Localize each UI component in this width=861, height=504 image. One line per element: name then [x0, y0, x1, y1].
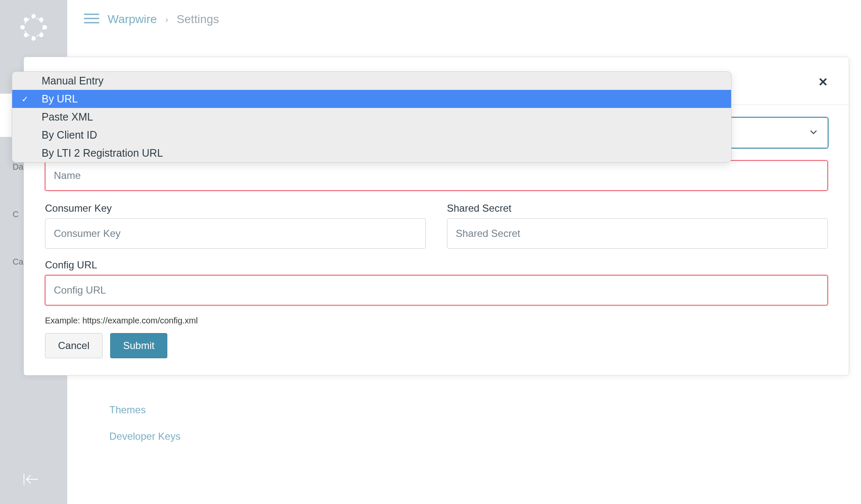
dropdown-option-paste-xml[interactable]: Paste XML	[12, 108, 731, 126]
dropdown-option-manual-entry[interactable]: Manual Entry	[12, 72, 731, 90]
consumer-key-input[interactable]	[45, 218, 426, 249]
cancel-button[interactable]: Cancel	[45, 333, 103, 358]
name-input[interactable]: Name	[45, 160, 828, 191]
config-url-helper: Example: https://example.com/config.xml	[45, 316, 828, 326]
close-icon[interactable]: ✕	[818, 75, 828, 89]
config-type-dropdown: Manual Entry ✓ By URL Paste XML By Clien…	[12, 71, 732, 163]
config-url-label: Config URL	[45, 259, 828, 271]
submit-button[interactable]: Submit	[110, 333, 168, 358]
shared-secret-label: Shared Secret	[447, 202, 828, 214]
dropdown-option-by-url[interactable]: ✓ By URL	[12, 90, 731, 108]
dropdown-option-label: By URL	[42, 93, 78, 105]
shared-secret-input[interactable]	[447, 218, 828, 249]
check-icon: ✓	[21, 94, 29, 104]
consumer-key-label: Consumer Key	[45, 202, 426, 214]
dropdown-option-by-lti2[interactable]: By LTI 2 Registration URL	[12, 144, 731, 162]
dropdown-option-by-client-id[interactable]: By Client ID	[12, 126, 731, 144]
config-url-input[interactable]	[45, 275, 828, 305]
modal-buttons: Cancel Submit	[45, 333, 828, 358]
